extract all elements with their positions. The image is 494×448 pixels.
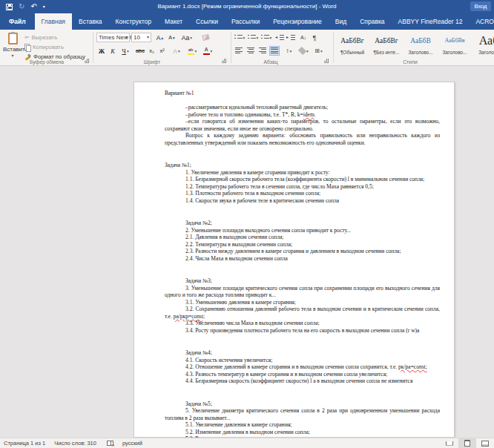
decrease-indent-button[interactable] <box>275 33 285 42</box>
paragraph[interactable]: Задача №2; <box>165 220 440 227</box>
align-left-button[interactable] <box>234 46 244 56</box>
tab-ссылки[interactable]: Ссылки <box>189 13 225 30</box>
italic-button[interactable]: К <box>108 46 117 56</box>
paragraph[interactable]: Вариант №1 <box>165 90 440 97</box>
underline-button[interactable]: Ч▾ <box>119 46 132 56</box>
read-mode-button[interactable] <box>441 438 458 448</box>
shading-button[interactable]: ▾ <box>297 46 310 56</box>
tab-вставка[interactable]: Вставка <box>72 13 109 30</box>
document-page[interactable]: Вариант №1–рассматривается идеальный теп… <box>134 82 455 438</box>
highlight-color-button[interactable]: ab▾ <box>185 46 199 56</box>
chevron-down-icon[interactable]: ▾ <box>147 33 149 42</box>
paragraph[interactable]: 3.2. Сохранению отношения давлений рабоч… <box>165 306 440 320</box>
word-count[interactable]: Число слов: 310 <box>54 440 96 447</box>
paragraph[interactable]: 2. Уменьшение площади выходного сечения … <box>165 227 440 234</box>
font-name-combo[interactable]: ▾ Times New F <box>96 33 130 42</box>
change-case-button[interactable]: Аа▾ <box>180 33 194 42</box>
paragraph[interactable]: 2.3. Разности между давлением в камере с… <box>165 248 440 255</box>
style-заголово[interactable]: АаБбВвЗаголово... <box>438 32 472 62</box>
paragraph[interactable]: 1. Увеличение давления в камере сгорания… <box>165 169 440 177</box>
style-безинте[interactable]: АаБбВг¶Без инте... <box>369 32 404 62</box>
font-size-combo[interactable]: ▾ 10 <box>131 33 151 42</box>
save-icon[interactable] <box>6 4 13 10</box>
paragraph[interactable]: 5. Увеличение диаметра критического сече… <box>165 407 440 421</box>
show-paragraph-marks-button[interactable]: ¶ <box>310 33 319 42</box>
paste-dropdown-icon[interactable]: ▾ <box>3 53 22 58</box>
page-indicator[interactable]: Страница 1 из 1 <box>4 440 45 447</box>
print-layout-button[interactable] <box>458 438 476 448</box>
bold-button[interactable]: Ж <box>97 46 106 56</box>
paragraph[interactable]: 1.1. Безразмерной скорости рабочего тела… <box>165 176 440 183</box>
superscript-button[interactable]: х² <box>157 46 167 56</box>
paragraph[interactable]: 2.4. Числа Маха в выходном сечении сопла <box>165 255 440 263</box>
web-layout-button[interactable] <box>476 438 494 448</box>
bullets-button[interactable]: ▾ <box>234 33 246 42</box>
tab-abbyy-finereader-12[interactable]: ABBYY FineReader 12 <box>392 13 470 30</box>
paragraph-dialog-launcher-icon[interactable] <box>324 59 329 63</box>
language-indicator[interactable]: русский <box>122 440 142 447</box>
subscript-button[interactable]: х₂ <box>147 46 157 56</box>
sort-button[interactable]: А↓ <box>298 33 309 42</box>
document-content[interactable]: Вариант №1–рассматривается идеальный теп… <box>165 90 440 448</box>
paragraph[interactable]: 1.3. Плотности рабочего тела в выходном … <box>165 190 440 197</box>
numbering-button[interactable]: ▾ <box>247 33 259 42</box>
customize-qat-icon[interactable]: ▾ <box>43 2 45 11</box>
tab-рецензирование[interactable]: Рецензирование <box>266 13 329 30</box>
font-dialog-launcher-icon[interactable] <box>222 59 226 63</box>
align-center-button[interactable] <box>246 46 256 56</box>
paragraph[interactable]: 4.2. Отношение давлений в камере сгорани… <box>165 363 440 371</box>
clipboard-dialog-launcher-icon[interactable] <box>85 59 89 63</box>
paragraph[interactable]: 3.3. Увеличению числа Маха в выходном се… <box>165 320 440 327</box>
paragraph[interactable]: 4.3. Разность температур в камере сгоран… <box>165 371 440 378</box>
multilevel-list-button[interactable]: ▾ <box>260 33 272 42</box>
paragraph[interactable]: 2.1. Давления в выходном сечении сопла; <box>165 234 440 241</box>
grow-font-button[interactable]: А▲ <box>155 33 165 42</box>
text-effects-button[interactable]: А▾ <box>171 46 182 56</box>
style-обычный[interactable]: АаБбВг¶Обычный <box>335 32 369 62</box>
style-заголово[interactable]: АаБбВЗаголово... <box>404 32 438 62</box>
paragraph[interactable]: 5.1. Увеличение давления в камере сгоран… <box>165 421 440 429</box>
paragraph[interactable]: Задача №3; <box>165 277 440 285</box>
paragraph[interactable]: Задача №1; <box>165 162 440 169</box>
tab-макет[interactable]: Макет <box>158 13 189 30</box>
paragraph[interactable]: 1.4. Скорости звука в рабочем теле в кри… <box>165 197 440 205</box>
paragraph[interactable]: 3.4. Росту произведения плотности рабоче… <box>165 327 440 335</box>
line-spacing-button[interactable]: ↕▾ <box>283 46 295 56</box>
tab-рассылки[interactable]: Рассылки <box>225 13 266 30</box>
tab-конструктор[interactable]: Конструктор <box>109 13 158 30</box>
paragraph[interactable]: Задача №5; <box>165 401 440 408</box>
copy-icon <box>24 44 30 50</box>
tab-главная[interactable]: Главная <box>35 13 72 30</box>
tab-справка[interactable]: Справка <box>353 13 391 30</box>
paragraph[interactable]: 2.2. Температуры в выходном сечении сопл… <box>165 241 440 248</box>
paragraph[interactable]: –рабочее тело и топливо одинаковы, т.е. … <box>165 111 440 119</box>
strikethrough-button[interactable]: abc <box>134 46 146 56</box>
borders-button[interactable]: ⊞▾ <box>312 46 325 56</box>
paragraph[interactable]: Вопрос к каждому заданию варианта: обосн… <box>165 132 440 146</box>
paragraph[interactable]: 5.2. Изменение давления в выходном сечен… <box>165 429 440 436</box>
tab-acrobat[interactable]: ACROBAT <box>469 13 494 30</box>
paragraph[interactable]: 3. Уменьшение площади критического сечен… <box>165 285 440 299</box>
copy-button[interactable]: Копировать <box>24 42 64 51</box>
shrink-font-button[interactable]: А▼ <box>168 33 177 42</box>
sign-in-button[interactable]: Вход <box>470 1 491 11</box>
font-color-button[interactable]: А▾ <box>201 46 214 56</box>
paragraph[interactable]: –если говорится об изменении каких-то па… <box>165 118 440 132</box>
paragraph[interactable]: 1.2. Температуры рабочего тела в сечении… <box>165 183 440 191</box>
paste-button[interactable]: Вставить ▾ <box>3 32 22 63</box>
justify-button[interactable] <box>269 46 280 56</box>
paragraph[interactable]: Задача №4; <box>165 349 440 357</box>
tab-файл[interactable]: Файл <box>0 13 35 30</box>
paragraph[interactable]: 4.4. Безразмерная скорость (коэффициент … <box>165 378 440 385</box>
paragraph[interactable]: –рассматривается идеальный тепловой раке… <box>165 104 440 111</box>
tab-вид[interactable]: Вид <box>329 13 353 30</box>
style-заголово[interactable]: АабЗаголово <box>472 32 494 62</box>
align-right-button[interactable] <box>257 46 268 56</box>
increase-indent-button[interactable] <box>286 33 296 42</box>
clear-formatting-button[interactable] <box>200 33 211 42</box>
paragraph[interactable]: 4.1. Скорость истечения увеличится; <box>165 357 440 364</box>
proofing-errors-icon[interactable] <box>107 441 113 446</box>
paragraph[interactable]: 3.1. Уменьшению давления в камере сгоран… <box>165 299 440 306</box>
undo-icon[interactable]: ↶ <box>30 2 36 11</box>
cut-button[interactable]: ✂ Вырезать <box>24 33 57 42</box>
